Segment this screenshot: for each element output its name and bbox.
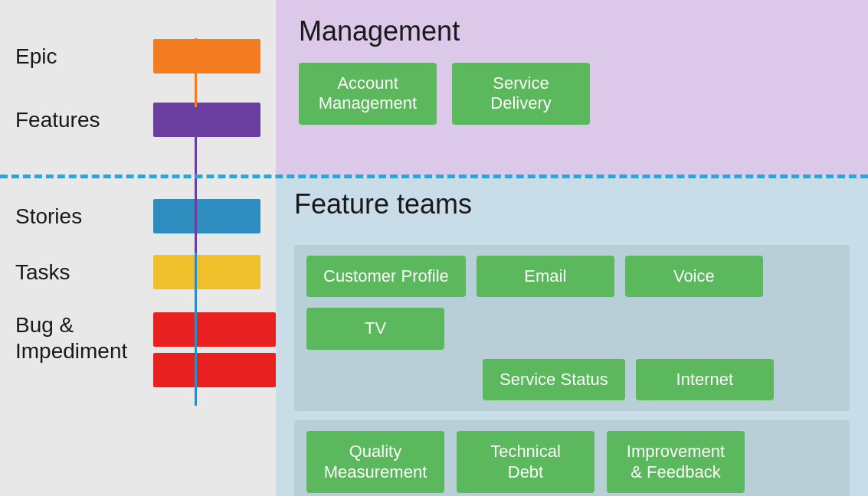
service-delivery-box: ServiceDelivery [452,63,590,125]
feature-teams-second-row: Service Status Internet [483,359,837,400]
management-panel: Management AccountManagement ServiceDeli… [276,0,868,176]
account-management-box: AccountManagement [299,63,437,125]
stories-box [153,199,260,233]
epic-label: Epic [15,44,153,69]
features-legend-item: Features [15,103,260,137]
dashed-divider [0,175,868,179]
tasks-label: Tasks [15,260,153,285]
voice-box: Voice [625,256,763,297]
features-box [153,103,260,137]
stories-legend-item: Stories [15,199,260,233]
technical-debt-box: TechnicalDebt [457,431,594,493]
management-boxes-row: AccountManagement ServiceDelivery [299,63,845,125]
tasks-legend-item: Tasks [15,255,260,289]
quality-measurement-box: QualityMeasurement [306,431,444,493]
feature-teams-inner-bottom: QualityMeasurement TechnicalDebt Improve… [294,420,850,496]
connector-blue [195,253,197,406]
epic-box [153,39,260,73]
top-half: Epic Features Management AccountManageme… [0,0,868,176]
bug-label: Bug &Impediment [15,312,153,364]
connector-orange [195,38,197,107]
email-box: Email [477,256,614,297]
bottom-half: Stories Tasks Bug &Impediment Feature te… [0,176,868,496]
tv-box: TV [306,308,444,349]
main-container: Epic Features Management AccountManageme… [0,0,868,496]
stories-label: Stories [15,204,153,229]
improvement-feedback-box: Improvement& Feedback [607,431,745,493]
internet-box: Internet [636,359,774,400]
feature-teams-panel: Feature teams Customer Profile Email Voi… [276,176,868,496]
bug-box-1 [153,312,276,347]
management-title: Management [299,15,845,47]
features-label: Features [15,108,153,132]
customer-profile-box: Customer Profile [306,256,466,297]
feature-teams-inner-top: Customer Profile Email Voice TV Service … [294,245,850,411]
feature-teams-title: Feature teams [294,188,850,220]
feature-teams-top-row: Customer Profile Email Voice TV [306,256,837,350]
bug-box-2 [153,353,276,387]
left-panel-top: Epic Features [0,0,276,176]
epic-legend-item: Epic [15,39,260,73]
service-status-box: Service Status [483,359,625,400]
left-panel-bottom: Stories Tasks Bug &Impediment [0,176,276,496]
bug-legend-item: Bug &Impediment [15,312,260,387]
tasks-box [153,255,260,289]
